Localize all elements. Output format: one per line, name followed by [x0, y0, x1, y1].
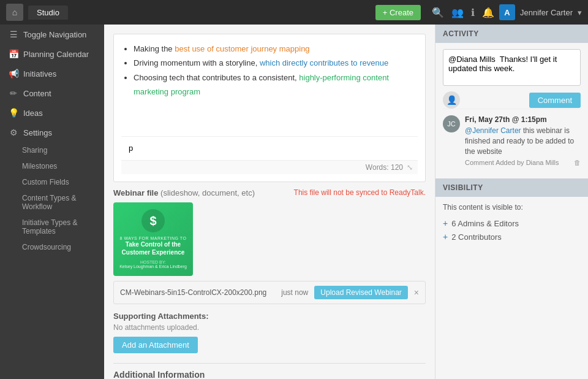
- users-icon[interactable]: 👥: [451, 7, 464, 18]
- user-name[interactable]: Jennifer Carter: [520, 8, 573, 17]
- visibility-contributors: + 2 Contributors: [443, 230, 581, 243]
- sidebar-item-label: Settings: [23, 128, 52, 137]
- search-icon[interactable]: 🔍: [432, 7, 444, 18]
- sidebar-sub-content-types[interactable]: Content Types & Workflow: [0, 190, 104, 215]
- sidebar-item-label: Content: [23, 89, 51, 98]
- sidebar-item-label: Toggle Navigation: [23, 30, 86, 39]
- contributors-label: 2 Contributors: [451, 232, 502, 242]
- webinar-label: Webinar file (slideshow, document, etc): [113, 188, 255, 197]
- user-avatar[interactable]: A: [499, 4, 515, 20]
- sidebar-sub-sharing[interactable]: Sharing: [0, 142, 104, 158]
- sidebar-item-content[interactable]: ✏ Content: [0, 83, 104, 103]
- activity-mention: @Jennifer Carter: [465, 126, 521, 135]
- visibility-panel-body: This content is visible to: + 6 Admins &…: [435, 197, 588, 250]
- add-attachment-button[interactable]: Add an Attachment: [113, 337, 198, 353]
- sidebar-sub-custom-fields[interactable]: Custom Fields: [0, 174, 104, 190]
- bullet-text-1: Making the: [134, 44, 175, 53]
- file-close-icon[interactable]: ×: [414, 288, 419, 297]
- sidebar-item-ideas[interactable]: 💡 Ideas: [0, 103, 104, 123]
- comment-added-label: Comment Added by Diana Mills: [465, 159, 559, 166]
- file-time: just now: [281, 288, 308, 297]
- file-row: CM-Webinars-5in15-ControlCX-200x200.png …: [113, 281, 426, 304]
- visibility-intro: This content is visible to:: [443, 203, 581, 212]
- webinar-label-sub: (slideshow, document, etc): [160, 188, 255, 197]
- webinar-section-label: Webinar file (slideshow, document, etc) …: [113, 188, 426, 197]
- ideas-icon: 💡: [9, 108, 18, 118]
- file-name: CM-Webinars-5in15-ControlCX-200x200.png: [120, 288, 275, 297]
- settings-icon: ⚙: [9, 128, 18, 137]
- editor-input[interactable]: [125, 139, 414, 158]
- dollar-icon: $: [149, 214, 156, 228]
- sidebar-sub-crowdsourcing[interactable]: Crowdsourcing: [0, 239, 104, 255]
- webinar-title: Take Control of theCustomer Experience: [122, 240, 185, 256]
- visibility-section: VISIBILITY This content is visible to: +…: [435, 178, 588, 250]
- user-chevron[interactable]: ▾: [578, 8, 582, 17]
- sidebar-item-settings[interactable]: ⚙ Settings: [0, 123, 104, 142]
- visibility-admins-editors: + 6 Admins & Editors: [443, 216, 581, 230]
- calendar-icon: 📅: [9, 49, 18, 59]
- plus-admins-icon[interactable]: +: [443, 218, 448, 228]
- bullet-item-1: Making the best use of customer journey …: [134, 42, 418, 56]
- sidebar-item-label: Planning Calendar: [23, 50, 89, 59]
- hosted-by-label: HOSTED BY:: [140, 260, 166, 264]
- bullet-item-3: Choosing tech that contributes to a cons…: [134, 71, 418, 99]
- main-layout: ☰ Toggle Navigation 📅 Planning Calendar …: [0, 25, 588, 379]
- activity-section: ACTIVITY @Diana Mills Thanks! I'll get i…: [435, 25, 588, 178]
- sidebar-item-initiatives[interactable]: 📢 Initiatives: [0, 64, 104, 83]
- webinar-thumbnail: $ 8 WAYS FOR MARKETING TO Take Control o…: [113, 202, 193, 276]
- bell-icon[interactable]: 🔔: [482, 7, 494, 18]
- sidebar-sub-milestones[interactable]: Milestones: [0, 158, 104, 174]
- comment-actions: 👤 Comment: [443, 91, 581, 109]
- comment-textarea[interactable]: @Diana Mills Thanks! I'll get it updated…: [443, 49, 581, 86]
- upload-revised-button[interactable]: Upload Revised Webinar: [314, 286, 408, 299]
- studio-tab[interactable]: Studio: [28, 6, 68, 20]
- bullet-item-2: Driving momentum with a storyline, which…: [134, 56, 418, 70]
- content-icon: ✏: [9, 88, 18, 98]
- activity-panel-body: @Diana Mills Thanks! I'll get it updated…: [435, 43, 588, 178]
- sidebar-item-planning-calendar[interactable]: 📅 Planning Calendar: [0, 44, 104, 64]
- sidebar-item-label: Ideas: [23, 109, 43, 118]
- home-button[interactable]: ⌂: [6, 4, 23, 21]
- bullet-list: Making the best use of customer journey …: [121, 42, 418, 99]
- host-names: Kelsey Loughman & Erica Lindberg: [119, 264, 187, 269]
- editor-footer: Words: 120 ⤡: [121, 160, 418, 174]
- bullet-text-3: Choosing tech that contributes to a cons…: [134, 73, 299, 82]
- initiatives-icon: 📢: [9, 69, 18, 78]
- webinar-eyebrow: 8 WAYS FOR MARKETING TO: [120, 236, 187, 240]
- create-button[interactable]: + Create: [375, 5, 421, 20]
- activity-panel-header: ACTIVITY: [435, 25, 588, 43]
- visibility-panel-header: VISIBILITY: [435, 178, 588, 197]
- activity-entry: JC Fri, May 27th @ 1:15pm @Jennifer Cart…: [443, 109, 581, 172]
- avatar-initials: JC: [447, 120, 455, 128]
- sidebar-sub-initiative-types[interactable]: Initiative Types & Templates: [0, 215, 104, 239]
- main-content: Making the best use of customer journey …: [104, 25, 435, 379]
- highlight-orange-1: best use of customer journey mapping: [175, 44, 309, 53]
- commenter-avatar: 👤: [443, 91, 460, 109]
- word-count: Words: 120: [366, 163, 403, 172]
- info-icon[interactable]: ℹ: [471, 7, 475, 18]
- webinar-badge: $: [141, 209, 165, 232]
- not-synced-label: This file will not be synced to ReadyTal…: [294, 188, 426, 197]
- attachments-label: Supporting Attachments:: [113, 312, 426, 321]
- activity-content: Fri, May 27th @ 1:15pm @Jennifer Carter …: [465, 115, 581, 166]
- toggle-navigation-icon: ☰: [9, 29, 18, 39]
- bullet-text-2: Driving momentum with a storyline,: [134, 58, 260, 67]
- sidebar: ☰ Toggle Navigation 📅 Planning Calendar …: [0, 25, 104, 379]
- activity-footer: Comment Added by Diana Mills 🗑: [465, 159, 581, 166]
- nav-icons: 🔍 👥 ℹ 🔔: [432, 7, 494, 18]
- activity-user-avatar: JC: [443, 115, 460, 132]
- sidebar-item-label: Initiatives: [23, 69, 56, 78]
- admins-editors-label: 6 Admins & Editors: [451, 219, 519, 228]
- highlight-blue-2: which directly contributes to revenue: [260, 58, 388, 67]
- resize-handle-icon[interactable]: ⤡: [407, 163, 413, 172]
- activity-text: @Jennifer Carter this webinar is finishe…: [465, 126, 581, 156]
- sidebar-item-toggle-navigation[interactable]: ☰ Toggle Navigation: [0, 25, 104, 44]
- delete-comment-icon[interactable]: 🗑: [574, 159, 581, 166]
- activity-time: Fri, May 27th @ 1:15pm: [465, 115, 581, 124]
- comment-button[interactable]: Comment: [529, 93, 581, 108]
- right-panel: ACTIVITY @Diana Mills Thanks! I'll get i…: [435, 25, 588, 379]
- plus-contributors-icon[interactable]: +: [443, 232, 448, 242]
- no-attachments-text: No attachments uploaded.: [113, 323, 426, 332]
- person-icon: 👤: [447, 95, 457, 105]
- additional-information-label: Additional Information: [113, 363, 426, 379]
